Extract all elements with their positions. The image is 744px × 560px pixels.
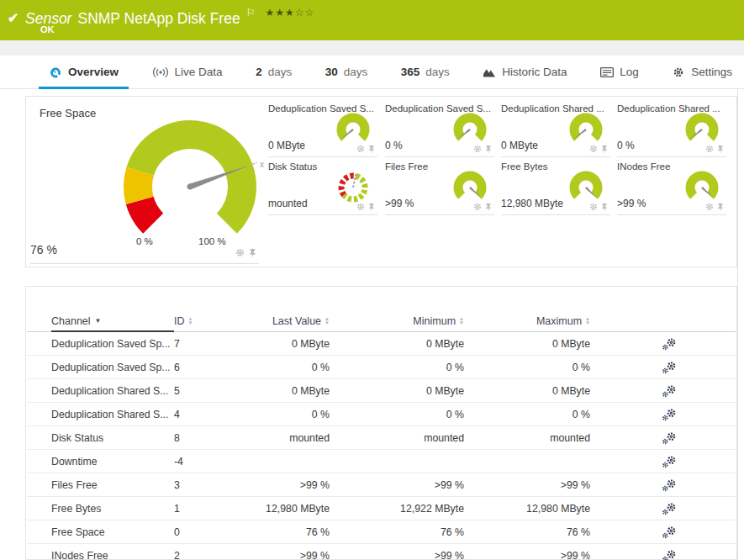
gear-icon[interactable]	[705, 145, 714, 153]
gauge-card-dedup-shared-space: Deduplication Shared ... 0 MByte	[501, 103, 610, 157]
tab-log[interactable]: Log	[590, 55, 649, 88]
gauge-value: >99 %	[385, 198, 414, 209]
channel-id: 6	[174, 362, 245, 373]
priority-flag-icon[interactable]: ⚐	[246, 7, 256, 18]
free-space-gauge: x	[106, 107, 278, 258]
log-icon	[600, 66, 614, 78]
minimum-value: 12,922 MByte	[330, 503, 464, 515]
channel-id: 3	[174, 479, 245, 491]
gauge-card-inodes-free: INodes Free >99 %	[617, 161, 726, 215]
channel-settings-icon[interactable]	[662, 408, 677, 421]
channel-settings-icon[interactable]	[662, 549, 677, 560]
channel-id: 0	[174, 526, 245, 538]
page-title: SensorSNMP NetApp Disk Free⚐★★★☆☆	[25, 7, 314, 28]
gear-icon[interactable]	[473, 145, 482, 153]
pin-icon[interactable]	[484, 203, 493, 211]
pin-icon[interactable]	[367, 203, 376, 211]
tab-2-days[interactable]: 2 days	[245, 55, 302, 88]
channel-name[interactable]: Free Bytes	[27, 503, 174, 515]
channel-name[interactable]: INodes Free	[27, 550, 174, 560]
channel-id: 1	[174, 503, 245, 515]
channel-name[interactable]: Deduplication Shared S...	[27, 409, 174, 420]
column-minimum[interactable]: Minimum▲▼	[330, 315, 464, 327]
rating-stars[interactable]: ★★★☆☆	[265, 7, 314, 18]
pin-icon[interactable]	[716, 145, 725, 153]
column-id[interactable]: ID▲▼	[174, 315, 245, 327]
gauge-value: >99 %	[617, 198, 646, 209]
column-last-value[interactable]: Last Value▲▼	[245, 315, 330, 327]
channel-settings-icon[interactable]	[662, 361, 677, 374]
pin-icon[interactable]	[600, 203, 609, 211]
gauge-marker-label: x	[260, 160, 264, 169]
channel-id: 5	[174, 385, 245, 397]
gauge-card-dedup-saved-space: Deduplication Saved S... 0 MByte	[268, 103, 377, 157]
channel-name[interactable]: Files Free	[27, 479, 174, 491]
maximum-value: >99 %	[464, 479, 590, 491]
minimum-value: 0 %	[330, 362, 464, 373]
channel-name[interactable]: Deduplication Saved Sp...	[27, 362, 174, 373]
minimum-value: 76 %	[330, 526, 464, 538]
pin-icon[interactable]	[484, 145, 493, 153]
channel-name[interactable]: Free Space	[27, 526, 174, 538]
channels-table-panel: Channel▼ ID▲▼ Last Value▲▼ Minimum▲▼ Max…	[25, 286, 737, 560]
pin-icon[interactable]	[248, 248, 257, 257]
channel-settings-icon[interactable]	[662, 526, 677, 539]
sensor-header-bar: ✔ SensorSNMP NetApp Disk Free⚐★★★☆☆ OK	[0, 0, 744, 40]
channel-name[interactable]: Disk Status	[27, 432, 174, 444]
gear-icon[interactable]	[473, 203, 482, 211]
channel-name[interactable]: Downtime	[27, 456, 174, 468]
gear-icon[interactable]	[589, 145, 598, 153]
tab-settings[interactable]: Settings	[662, 55, 742, 88]
column-channel[interactable]: Channel▼	[27, 315, 174, 327]
gear-icon[interactable]	[235, 248, 245, 257]
channel-id: -4	[174, 456, 245, 468]
tab-label: Settings	[691, 66, 732, 78]
tab-overview[interactable]: Overview	[39, 55, 129, 88]
gauge-value: 12,980 MByte	[501, 198, 563, 209]
gear-icon	[672, 66, 685, 78]
gauge-title: Disk Status	[268, 161, 317, 172]
table-row: Downtime -4	[27, 450, 736, 473]
gear-icon[interactable]	[356, 145, 365, 153]
channel-settings-icon[interactable]	[662, 502, 677, 515]
gear-icon[interactable]	[589, 203, 598, 211]
pin-icon[interactable]	[367, 145, 376, 153]
maximum-value: 76 %	[464, 526, 590, 538]
channel-settings-icon[interactable]	[662, 455, 677, 468]
minimum-value: 0 MByte	[330, 385, 464, 397]
sort-desc-icon: ▼	[95, 317, 102, 325]
channel-settings-icon[interactable]	[662, 384, 677, 398]
channel-settings-icon[interactable]	[662, 431, 677, 445]
gear-icon[interactable]	[356, 203, 365, 211]
gear-icon[interactable]	[705, 203, 714, 211]
table-row: Deduplication Saved Sp... 7 0 MByte 0 MB…	[27, 332, 736, 356]
scrollbar-track[interactable]	[737, 89, 738, 560]
gauge-value: 0 %	[385, 140, 403, 151]
pin-icon[interactable]	[716, 203, 725, 211]
tab-30-days[interactable]: 30 days	[315, 55, 378, 88]
gauge-value: 0 %	[617, 140, 635, 151]
channel-settings-icon[interactable]	[662, 337, 677, 351]
last-value: >99 %	[245, 550, 330, 560]
channel-id: 8	[174, 432, 245, 444]
gauge-scale-min: 0 %	[136, 236, 153, 246]
channel-name[interactable]: Deduplication Saved Sp...	[27, 338, 174, 350]
tab-365-days[interactable]: 365 days	[391, 55, 460, 88]
column-maximum[interactable]: Maximum▲▼	[464, 315, 590, 327]
table-row: Disk Status 8 mounted mounted mounted	[27, 426, 736, 450]
gauge-value: 0 MByte	[268, 140, 305, 151]
pin-icon[interactable]	[600, 145, 609, 153]
maximum-value: mounted	[464, 432, 590, 444]
tab-live-data[interactable]: Live Data	[142, 55, 233, 88]
minimum-value: 0 %	[330, 409, 464, 420]
tab-historic-data[interactable]: Historic Data	[472, 55, 577, 88]
gauge-title: INodes Free	[617, 161, 670, 172]
status-ok-check-icon: ✔	[8, 10, 18, 26]
channel-settings-icon[interactable]	[662, 478, 677, 492]
table-row: Deduplication Shared S... 5 0 MByte 0 MB…	[27, 379, 736, 403]
free-space-value: 76 %	[30, 243, 57, 256]
channel-id: 7	[174, 338, 245, 350]
sort-icon: ▲▼	[188, 317, 193, 325]
channel-name[interactable]: Deduplication Shared S...	[27, 385, 174, 397]
tab-label: Overview	[68, 66, 119, 78]
